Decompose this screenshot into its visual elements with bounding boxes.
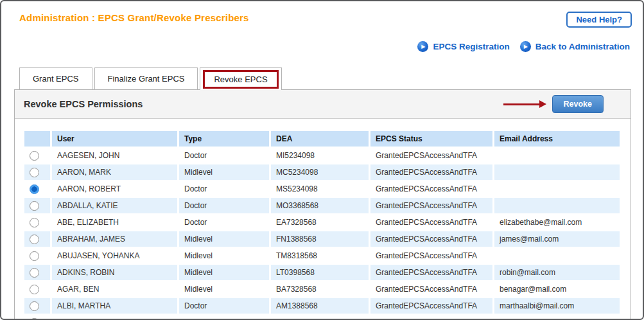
table-header-row: User Type DEA EPCS Status Email Address xyxy=(24,131,620,147)
cell-user: ABE, ELIZABETH xyxy=(52,215,177,230)
row-radio-button[interactable] xyxy=(30,168,39,177)
cell-epcs-status: GrantedEPCSAccessAndTFA xyxy=(370,298,492,314)
app-window: Administration : EPCS Grant/Revoke Presc… xyxy=(0,0,644,320)
cell-user: ABRAHAM, JAMES xyxy=(52,231,177,247)
prescribers-table: User Type DEA EPCS Status Email Address … xyxy=(22,130,622,320)
cell-email xyxy=(494,164,620,180)
cell-dea: EA7328568 xyxy=(271,215,369,230)
radio-column-header xyxy=(24,131,50,147)
cell-dea: AM1388568 xyxy=(271,298,369,314)
row-radio-button[interactable] xyxy=(30,251,39,261)
cell-type: Midlevel xyxy=(179,231,269,247)
cell-type xyxy=(179,315,269,320)
cell-dea: MI5234098 xyxy=(271,148,369,163)
row-radio-button[interactable] xyxy=(30,235,39,244)
cell-epcs-status xyxy=(370,315,492,320)
cell-user: ABUJASEN, YOHANKA xyxy=(52,248,177,263)
epcs-registration-link-label: EPCS Registration xyxy=(433,42,509,51)
column-header-user: User xyxy=(52,131,177,147)
cell-user: AARON, ROBERT xyxy=(52,181,177,197)
row-radio-button[interactable] xyxy=(30,301,39,311)
cell-epcs-status: GrantedEPCSAccessAndTFA xyxy=(370,164,492,180)
panel-header: Revoke EPCS Permissions Revoke xyxy=(15,90,631,119)
cell-epcs-status: GrantedEPCSAccessAndTFA xyxy=(370,231,492,247)
revoke-button[interactable]: Revoke xyxy=(552,95,604,113)
table-row: ABDALLA, KATIE Doctor MO3368568 GrantedE… xyxy=(24,198,620,213)
tab-bar: Grant EPCS Finalize Grant EPCS Revoke EP… xyxy=(19,67,282,89)
cell-user: AGAR, BEN xyxy=(52,281,177,297)
cell-dea xyxy=(271,315,369,320)
table-row: AGAR, BEN Midlevel BA7328568 GrantedEPCS… xyxy=(24,281,620,297)
table-body: AAGESEN, JOHN Doctor MI5234098 GrantedEP… xyxy=(24,148,620,320)
cell-epcs-status: GrantedEPCSAccessAndTFA xyxy=(370,148,492,163)
cell-type: Doctor xyxy=(179,298,269,314)
row-radio-button[interactable] xyxy=(30,184,39,194)
table-row-partial xyxy=(24,315,620,320)
cell-type: Midlevel xyxy=(179,281,269,297)
row-radio-button[interactable] xyxy=(30,201,39,211)
cell-dea: MS5234098 xyxy=(271,181,369,197)
row-radio-button[interactable] xyxy=(30,268,39,278)
cell-dea: MO3368568 xyxy=(271,198,369,213)
tab-revoke-epcs[interactable]: Revoke EPCS xyxy=(200,67,281,90)
cell-email xyxy=(494,315,620,320)
cell-dea: LT0398568 xyxy=(271,265,369,280)
cell-type: Doctor xyxy=(179,181,269,197)
row-radio-button[interactable] xyxy=(30,218,39,227)
row-radio-button[interactable] xyxy=(30,151,39,161)
red-annotation-box: Revoke EPCS xyxy=(203,70,278,89)
cell-email: elizabethabe@mail.com xyxy=(494,215,620,230)
cell-user xyxy=(52,315,177,320)
tab-finalize-grant-epcs[interactable]: Finalize Grant EPCS xyxy=(94,67,198,89)
cell-email xyxy=(494,181,620,197)
cell-type: Doctor xyxy=(179,198,269,213)
column-header-type: Type xyxy=(179,131,269,147)
page-title: Administration : EPCS Grant/Revoke Presc… xyxy=(19,12,249,23)
table-row: AAGESEN, JOHN Doctor MI5234098 GrantedEP… xyxy=(24,148,620,163)
table-row: ABRAHAM, JAMES Midlevel FN1388568 Grante… xyxy=(24,231,620,247)
need-help-button[interactable]: Need Help? xyxy=(566,12,632,28)
table-row: ALBI, MARTHA Doctor AM1388568 GrantedEPC… xyxy=(24,298,620,314)
back-to-administration-link-label: Back to Administration xyxy=(535,42,630,51)
cell-dea: FN1388568 xyxy=(271,231,369,247)
cell-user: ABDALLA, KATIE xyxy=(52,198,177,213)
row-radio-button[interactable] xyxy=(30,318,39,320)
cell-dea: TM8318568 xyxy=(271,248,369,263)
cell-epcs-status: GrantedEPCSAccessAndTFA xyxy=(370,198,492,213)
cell-user: AAGESEN, JOHN xyxy=(52,148,177,163)
table-row: ABE, ELIZABETH Doctor EA7328568 GrantedE… xyxy=(24,215,620,230)
cell-email xyxy=(494,198,620,213)
column-header-email: Email Address xyxy=(494,131,620,147)
row-radio-button[interactable] xyxy=(30,285,39,294)
tab-grant-epcs[interactable]: Grant EPCS xyxy=(19,67,92,89)
cell-dea: BA7328568 xyxy=(271,281,369,297)
header-links: ▶ EPCS Registration ▶ Back to Administra… xyxy=(417,41,630,52)
back-to-administration-link[interactable]: ▶ Back to Administration xyxy=(520,41,630,52)
cell-email: marthaalbi@mail.com xyxy=(494,298,620,314)
epcs-registration-link[interactable]: ▶ EPCS Registration xyxy=(417,41,509,52)
panel-heading: Revoke EPCS Permissions xyxy=(24,99,143,109)
cell-email xyxy=(494,148,620,163)
cell-type: Doctor xyxy=(179,215,269,230)
column-header-dea: DEA xyxy=(271,131,369,147)
cell-type: Midlevel xyxy=(179,248,269,263)
cell-user: ALBI, MARTHA xyxy=(52,298,177,314)
cell-type: Doctor xyxy=(179,148,269,163)
cell-epcs-status: GrantedEPCSAccessAndTFA xyxy=(370,265,492,280)
cell-type: Midlevel xyxy=(179,265,269,280)
table-row: ADKINS, ROBIN Midlevel LT0398568 Granted… xyxy=(24,265,620,280)
cell-email: robin@mail.com xyxy=(494,265,620,280)
cell-epcs-status: GrantedEPCSAccessAndTFA xyxy=(370,281,492,297)
table-row: AARON, ROBERT Doctor MS5234098 GrantedEP… xyxy=(24,181,620,197)
column-header-epcs-status: EPCS Status xyxy=(370,131,492,147)
cell-epcs-status: GrantedEPCSAccessAndTFA xyxy=(370,215,492,230)
cell-email xyxy=(494,248,620,263)
cell-epcs-status: GrantedEPCSAccessAndTFA xyxy=(370,248,492,263)
cell-type: Midlevel xyxy=(179,164,269,180)
cell-user: ADKINS, ROBIN xyxy=(52,265,177,280)
table-row: ABUJASEN, YOHANKA Midlevel TM8318568 Gra… xyxy=(24,248,620,263)
cell-dea: MC5234098 xyxy=(271,164,369,180)
cell-epcs-status: GrantedEPCSAccessAndTFA xyxy=(370,181,492,197)
play-circle-icon: ▶ xyxy=(417,41,428,52)
revoke-button-area: Revoke xyxy=(503,95,604,113)
